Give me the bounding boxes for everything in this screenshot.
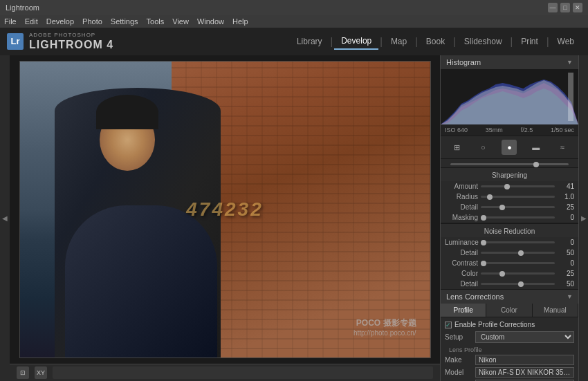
menu-item-settings[interactable]: Settings — [111, 17, 138, 26]
lens-tab-profile[interactable]: Profile — [441, 304, 486, 317]
nav-item-slideshow[interactable]: Slideshow — [457, 34, 509, 49]
sharpening-detail-handle[interactable] — [499, 205, 505, 210]
lens-tab-manual[interactable]: Manual — [533, 304, 578, 317]
make-label: Make — [445, 356, 472, 364]
enable-profile-checkbox[interactable]: ✓ — [445, 322, 452, 328]
logo-area: Lr ADOBE PHOTOSHOP LIGHTROOM 4 — [7, 32, 113, 50]
tool-slider-row — [441, 159, 578, 167]
menu-item-view[interactable]: View — [172, 17, 189, 26]
right-panel-arrow[interactable]: ▶ — [578, 55, 588, 381]
menu-item-file[interactable]: File — [4, 17, 17, 26]
nr-color-detail-track[interactable] — [481, 283, 555, 285]
sharpening-detail-label: Detail — [445, 203, 478, 211]
nr-luminance-row: Luminance 0 — [441, 237, 578, 248]
main-area: ◀ — [0, 55, 588, 381]
lr-title: LIGHTROOM 4 — [29, 39, 113, 51]
lens-corrections-arrow: ▼ — [567, 293, 573, 300]
red-eye-tool[interactable]: ● — [502, 140, 517, 155]
nr-contrast-handle[interactable] — [481, 261, 486, 266]
spot-removal-tool[interactable]: ○ — [475, 140, 490, 155]
nr-color-detail-handle[interactable] — [518, 281, 524, 287]
left-arrow-icon: ◀ — [2, 214, 8, 222]
menu-bar: FileEditDevelopPhotoSettingsToolsViewWin… — [0, 15, 588, 28]
lens-tab-color[interactable]: Color — [486, 304, 532, 317]
lens-content: ✓ Enable Profile Corrections Setup Custo… — [441, 317, 578, 381]
sharpening-radius-row: Radius 1.0 — [441, 192, 578, 202]
model-value[interactable]: Nikon AF-S DX NIKKOR 35mm... — [475, 367, 574, 378]
menu-item-photo[interactable]: Photo — [82, 17, 102, 26]
sharpening-masking-handle[interactable] — [481, 215, 486, 221]
enable-profile-label: Enable Profile Corrections — [454, 321, 535, 328]
nav-sep: | — [546, 36, 549, 47]
sharpening-masking-track[interactable] — [481, 216, 555, 219]
histogram-header[interactable]: Histogram ▼ — [441, 55, 578, 69]
setup-select[interactable]: Custom — [475, 331, 574, 343]
graduated-filter-tool[interactable]: ▬ — [529, 140, 544, 155]
maximize-button[interactable]: □ — [560, 3, 570, 12]
nav-item-book[interactable]: Book — [419, 34, 452, 49]
zoom-button[interactable]: XY — [35, 366, 47, 379]
nav-item-web[interactable]: Web — [551, 34, 581, 49]
sharpening-radius-value: 1.0 — [558, 193, 574, 201]
svg-rect-1 — [568, 73, 573, 121]
nr-color-handle[interactable] — [499, 271, 505, 277]
menu-item-window[interactable]: Window — [197, 17, 224, 26]
crop-tool[interactable]: ⊞ — [449, 140, 464, 155]
lr-badge: Lr — [7, 33, 24, 50]
right-arrow-icon: ▶ — [581, 214, 587, 222]
window-controls: — □ ✕ — [548, 3, 582, 12]
photo-bottom-strip: ⊡ XY — [10, 364, 440, 381]
sharpening-radius-track[interactable] — [481, 196, 555, 198]
lens-corrections-header[interactable]: Lens Corrections ▼ — [441, 290, 578, 304]
nav-item-print[interactable]: Print — [514, 34, 545, 49]
close-button[interactable]: ✕ — [573, 3, 582, 12]
nr-detail-handle[interactable] — [518, 250, 524, 256]
sharpening-amount-track[interactable] — [481, 185, 555, 187]
nr-luminance-handle[interactable] — [481, 240, 486, 245]
nr-contrast-track[interactable] — [481, 262, 555, 264]
sharpening-masking-value: 0 — [558, 214, 574, 221]
menu-item-tools[interactable]: Tools — [147, 17, 165, 26]
menu-item-edit[interactable]: Edit — [25, 17, 38, 26]
model-label: Model — [445, 369, 472, 376]
nav-item-map[interactable]: Map — [384, 34, 414, 49]
nav-item-develop[interactable]: Develop — [334, 33, 378, 50]
filmstrip-toggle-button[interactable]: ⊡ — [17, 366, 29, 379]
sharpening-radius-handle[interactable] — [487, 194, 493, 200]
nr-contrast-row: Contrast 0 — [441, 258, 578, 268]
left-panel[interactable]: ◀ — [0, 55, 10, 381]
menu-item-help[interactable]: Help — [232, 17, 248, 26]
tone-curve-slider[interactable] — [450, 163, 569, 165]
nav-item-library[interactable]: Library — [290, 34, 329, 49]
filmstrip[interactable] — [53, 366, 433, 379]
nav-sep: | — [453, 36, 456, 47]
nr-color-detail-value: 50 — [558, 280, 574, 288]
logo-text: ADOBE PHOTOSHOP LIGHTROOM 4 — [29, 32, 113, 50]
noise-reduction-title: Noise Reduction — [441, 223, 578, 237]
nav-tabs: Library|Develop|Map|Book|Slideshow|Print… — [290, 33, 581, 50]
setup-row: Setup Custom — [445, 331, 574, 343]
adobe-text: ADOBE PHOTOSHOP — [29, 32, 113, 39]
lens-corrections-section: Lens Corrections ▼ Profile Color Manual … — [441, 290, 578, 381]
lens-profile-divider: Lens Profile — [445, 345, 574, 355]
nr-detail-row: Detail 50 — [441, 248, 578, 258]
nr-detail-track[interactable] — [481, 252, 555, 254]
minimize-button[interactable]: — — [548, 3, 558, 12]
noise-reduction-section: Noise Reduction Luminance 0 Detail 50 Co… — [441, 223, 578, 290]
menu-item-develop[interactable]: Develop — [46, 17, 74, 26]
nr-color-value: 25 — [558, 270, 574, 277]
nr-luminance-value: 0 — [558, 239, 574, 246]
make-value[interactable]: Nikon — [475, 355, 574, 365]
nav-sep: | — [511, 36, 513, 47]
photo-area: 474232 POCO 摄影专题 http://photo.poco.cn/ ⊡… — [10, 55, 440, 381]
sharpening-section: Sharpening Amount 41 Radius 1.0 Detail — [441, 167, 578, 223]
make-row: Make Nikon — [445, 355, 574, 365]
adjustment-brush-tool[interactable]: ≈ — [555, 140, 570, 155]
setup-label: Setup — [445, 333, 472, 341]
enable-profile-row: ✓ Enable Profile Corrections — [445, 321, 574, 328]
iso-value: ISO 640 — [445, 127, 468, 133]
nr-color-track[interactable] — [481, 272, 555, 275]
nr-luminance-track[interactable] — [481, 241, 555, 243]
sharpening-amount-handle[interactable] — [504, 184, 510, 189]
sharpening-detail-track[interactable] — [481, 206, 555, 208]
